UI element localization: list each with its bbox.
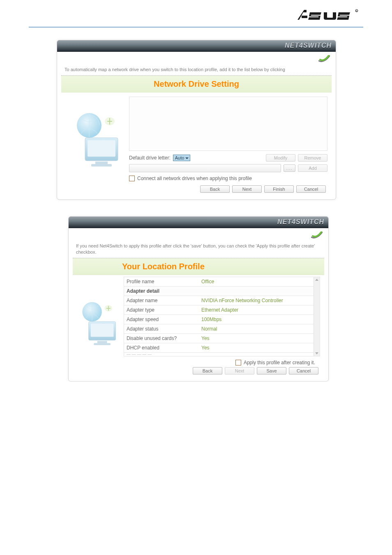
- svg-rect-14: [97, 341, 107, 343]
- cancel-button[interactable]: Cancel: [296, 185, 326, 193]
- app-brand-text: NET4SWITCH: [277, 218, 324, 226]
- adapter-detail-header: Adapter detail: [124, 286, 314, 296]
- adapter-status-label: Adapter status: [124, 324, 199, 333]
- disable-unused-value: Yes: [199, 333, 314, 343]
- table-row: DHCP enabled Yes: [124, 343, 314, 352]
- svg-rect-1: [302, 16, 307, 18]
- add-button[interactable]: Add: [298, 164, 327, 172]
- back-button[interactable]: Back: [200, 185, 230, 193]
- svg-rect-8: [95, 162, 108, 164]
- table-row: Adapter name NVIDIA nForce Networking Co…: [124, 296, 314, 305]
- location-profile-panel: NET4SWITCH If you need Net4Switch to app…: [68, 216, 329, 382]
- network-drive-panel: NET4SWITCH To automatically map a networ…: [57, 40, 336, 200]
- drive-letter-label: Default drive letter:: [129, 155, 171, 161]
- adapter-name-label: Adapter name: [124, 296, 199, 305]
- swoosh-icon: [318, 55, 330, 64]
- dhcp-enabled-label: DHCP enabled: [124, 343, 199, 352]
- header-rule: [29, 27, 363, 28]
- hint-text: If you need Net4Switch to apply this pro…: [76, 243, 321, 255]
- drive-letter-select[interactable]: Auto: [173, 155, 191, 161]
- asus-logo: R: [297, 8, 359, 23]
- apply-profile-checkbox[interactable]: [235, 360, 241, 365]
- table-row-cutoff: — — — — —: [124, 352, 314, 356]
- adapter-name-value: NVIDIA nForce Networking Controller: [199, 296, 314, 305]
- hint-text: To automatically map a network drive whe…: [65, 67, 328, 73]
- network-drive-list[interactable]: [129, 97, 327, 151]
- svg-rect-13: [91, 324, 114, 337]
- panel-titlebar: NET4SWITCH: [69, 217, 328, 228]
- svg-rect-15: [94, 343, 111, 345]
- connect-all-label: Connect all network drives when applying…: [137, 176, 252, 181]
- table-row: Disable unused cards? Yes: [124, 333, 314, 343]
- scroll-down-icon[interactable]: [315, 352, 318, 354]
- cancel-button[interactable]: Cancel: [289, 367, 318, 375]
- modify-button[interactable]: Modify: [266, 154, 295, 162]
- section-header: Network Drive Setting: [61, 76, 332, 92]
- dhcp-enabled-value: Yes: [199, 343, 314, 352]
- next-button[interactable]: Next: [232, 185, 262, 193]
- svg-rect-7: [88, 140, 115, 157]
- back-button[interactable]: Back: [193, 367, 222, 375]
- panel-titlebar: NET4SWITCH: [57, 40, 336, 52]
- adapter-speed-value: 100Mbps: [199, 314, 314, 324]
- remove-button[interactable]: Remove: [298, 154, 327, 162]
- app-brand-text: NET4SWITCH: [285, 42, 332, 49]
- svg-marker-0: [297, 10, 307, 20]
- save-button[interactable]: Save: [257, 367, 286, 375]
- profile-table-scrollbar[interactable]: [314, 277, 320, 356]
- connect-all-checkbox[interactable]: [129, 176, 135, 181]
- next-button[interactable]: Next: [225, 367, 254, 375]
- svg-text:R: R: [356, 10, 357, 12]
- monitor-globe-illustration: [74, 277, 124, 351]
- adapter-type-value: Ethernet Adapter: [199, 305, 314, 314]
- disable-unused-label: Disable unused cards?: [124, 333, 199, 343]
- profile-summary-table: Profile name Office Adapter detail Adapt…: [124, 277, 320, 356]
- scroll-up-icon[interactable]: [315, 279, 318, 281]
- browse-button[interactable]: ...: [284, 164, 295, 172]
- table-row: Adapter type Ethernet Adapter: [124, 305, 314, 314]
- table-row: Profile name Office: [124, 277, 314, 287]
- table-row: Adapter speed 100Mbps: [124, 314, 314, 324]
- apply-profile-label: Apply this profile after creating it.: [244, 360, 315, 365]
- section-header: Your Location Profile: [73, 258, 324, 275]
- monitor-globe-illustration: [65, 97, 129, 171]
- table-section-row: Adapter detail: [124, 286, 314, 296]
- svg-rect-9: [91, 164, 112, 166]
- brand-bar: R: [0, 0, 392, 27]
- adapter-speed-label: Adapter speed: [124, 314, 199, 324]
- finish-button[interactable]: Finish: [264, 185, 294, 193]
- table-row: Adapter status Normal: [124, 324, 314, 333]
- adapter-type-label: Adapter type: [124, 305, 199, 314]
- adapter-status-value: Normal: [199, 324, 314, 333]
- profile-name-label: Profile name: [124, 277, 199, 287]
- swoosh-icon: [311, 231, 323, 240]
- profile-name-value: Office: [199, 277, 314, 287]
- drive-path-input[interactable]: [129, 164, 281, 172]
